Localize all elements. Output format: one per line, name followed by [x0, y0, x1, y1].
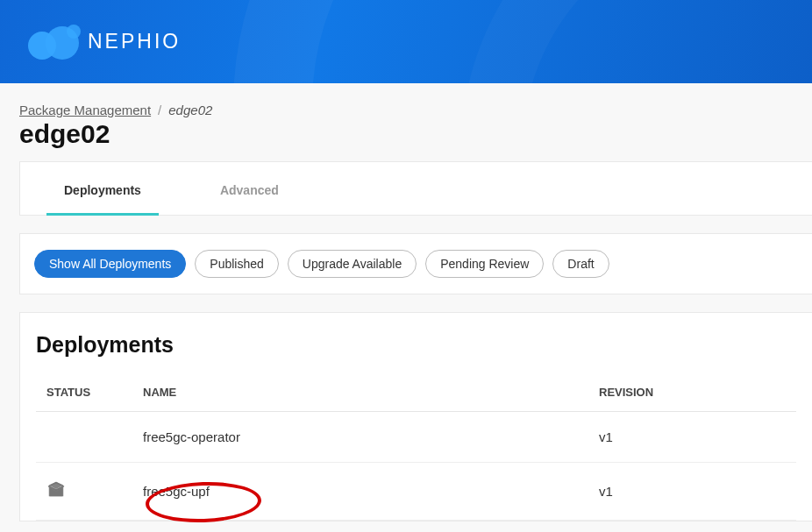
filter-upgrade-available[interactable]: Upgrade Available — [288, 250, 417, 278]
brand-logo[interactable]: NEPHIO — [21, 25, 181, 60]
tabs-panel: Deployments Advanced — [19, 161, 812, 216]
column-header-revision[interactable]: REVISION — [588, 373, 796, 412]
tabs: Deployments Advanced — [20, 162, 812, 215]
deployments-table: STATUS NAME REVISION free5gc-operator v1 — [36, 373, 796, 521]
breadcrumb: Package Management / edge02 — [19, 103, 812, 117]
filter-pills: Show All Deployments Published Upgrade A… — [31, 250, 801, 278]
status-cell — [36, 412, 132, 463]
filter-published[interactable]: Published — [195, 250, 279, 278]
breadcrumb-separator: / — [158, 103, 161, 117]
table-row[interactable]: free5gc-operator v1 — [36, 412, 796, 463]
revision-cell: v1 — [588, 412, 796, 463]
status-cell — [36, 463, 132, 521]
column-header-name[interactable]: NAME — [132, 373, 588, 412]
tab-deployments[interactable]: Deployments — [46, 162, 159, 215]
breadcrumb-current: edge02 — [168, 103, 212, 117]
draft-open-icon — [46, 480, 66, 500]
app-header: NEPHIO — [0, 0, 812, 83]
filter-pending-review[interactable]: Pending Review — [425, 250, 544, 278]
deployments-panel: Deployments STATUS NAME REVISION free5gc… — [19, 312, 812, 521]
breadcrumb-parent-link[interactable]: Package Management — [19, 103, 151, 117]
column-header-status[interactable]: STATUS — [36, 373, 132, 412]
table-row[interactable]: free5gc-upf v1 — [36, 463, 796, 521]
tab-advanced[interactable]: Advanced — [203, 162, 296, 215]
name-cell: free5gc-operator — [132, 412, 588, 463]
deployments-heading: Deployments — [36, 332, 796, 358]
filters-panel: Show All Deployments Published Upgrade A… — [19, 233, 812, 294]
brand-name: NEPHIO — [88, 30, 181, 53]
logo-mark-icon — [21, 25, 79, 60]
revision-cell: v1 — [588, 463, 796, 521]
filter-draft[interactable]: Draft — [552, 250, 609, 278]
name-cell: free5gc-upf — [132, 463, 588, 521]
page-title: edge02 — [19, 119, 812, 149]
filter-show-all[interactable]: Show All Deployments — [34, 250, 186, 278]
